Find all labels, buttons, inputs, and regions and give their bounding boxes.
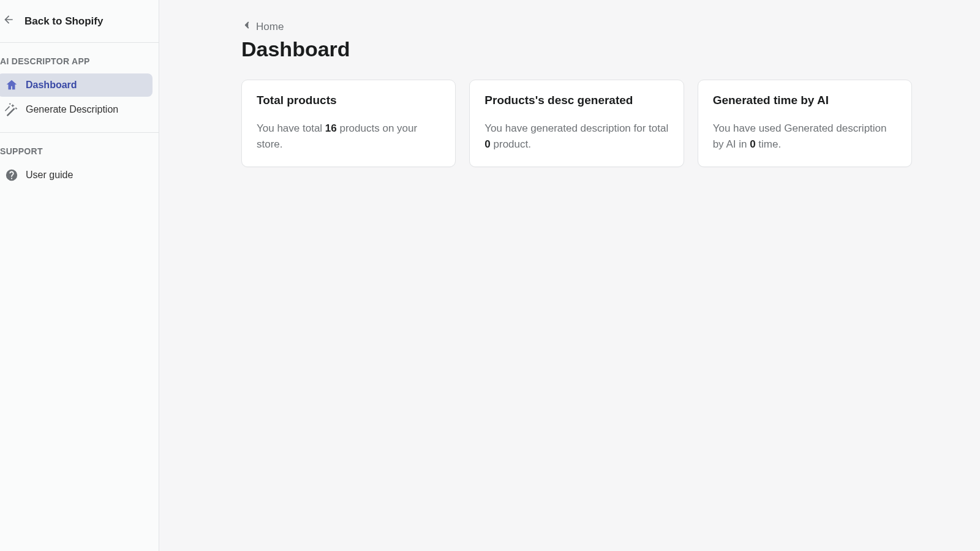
arrow-left-icon [2, 13, 15, 29]
wand-icon [5, 103, 18, 116]
sidebar-item-user-guide[interactable]: User guide [0, 163, 153, 187]
section-app: AI DESCRIPTOR APP Dashboard Generate Des… [0, 43, 159, 133]
chevron-left-icon [241, 20, 252, 34]
main-content: Home Dashboard Total products You have t… [159, 0, 980, 551]
card-value: 0 [484, 138, 490, 150]
card-text-before: You have used Generated description by A… [713, 122, 887, 150]
card-text-before: You have generated description for total [484, 122, 668, 134]
card-total-products: Total products You have total 16 product… [241, 80, 456, 167]
card-title: Products's desc generated [484, 94, 668, 107]
card-text-before: You have total [257, 122, 325, 134]
sidebar-item-label: Dashboard [26, 80, 77, 91]
card-value: 0 [750, 138, 755, 150]
card-generated-time: Generated time by AI You have used Gener… [698, 80, 912, 167]
home-icon [5, 78, 18, 92]
back-to-shopify-link[interactable]: Back to Shopify [0, 0, 159, 43]
card-title: Total products [257, 94, 440, 107]
section-header-app: AI DESCRIPTOR APP [0, 43, 159, 72]
section-support: SUPPORT User guide [0, 133, 159, 198]
card-body: You have generated description for total… [484, 121, 668, 152]
page-title: Dashboard [241, 37, 912, 61]
sidebar-item-label: Generate Description [26, 104, 118, 115]
back-to-shopify-label: Back to Shopify [24, 15, 103, 28]
card-desc-generated: Products's desc generated You have gener… [469, 80, 684, 167]
sidebar-item-dashboard[interactable]: Dashboard [0, 73, 153, 97]
stats-cards: Total products You have total 16 product… [241, 80, 912, 167]
card-body: You have used Generated description by A… [713, 121, 897, 152]
card-text-after: product. [491, 138, 531, 150]
card-text-after: time. [756, 138, 782, 150]
card-value: 16 [325, 122, 337, 134]
card-body: You have total 16 products on your store… [257, 121, 440, 152]
sidebar-item-generate-description[interactable]: Generate Description [0, 98, 153, 121]
section-header-support: SUPPORT [0, 133, 159, 162]
help-icon [5, 168, 18, 182]
breadcrumb[interactable]: Home [241, 20, 912, 34]
breadcrumb-label: Home [256, 21, 284, 33]
sidebar-item-label: User guide [26, 170, 73, 181]
card-title: Generated time by AI [713, 94, 897, 107]
sidebar: Back to Shopify AI DESCRIPTOR APP Dashbo… [0, 0, 159, 551]
